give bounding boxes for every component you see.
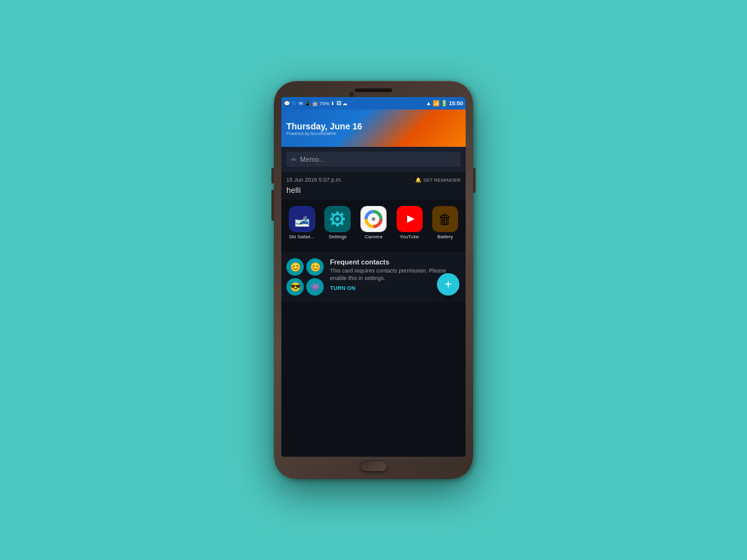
battery-icon: 🔋 bbox=[441, 100, 448, 106]
fab-add-button[interactable]: + bbox=[437, 273, 459, 296]
status-icons-right: ▲ 📶 🔋 15:50 bbox=[426, 100, 463, 106]
whatsapp-icon: 📱 bbox=[304, 101, 311, 106]
volume-down-button[interactable] bbox=[271, 190, 274, 221]
msg-icon: 💬 bbox=[284, 101, 290, 106]
note-datetime: 15 Jun 2016 5:07 p.m. bbox=[286, 177, 342, 183]
status-bar: 💬 🔵 ✉ 📱 🤖 70% ⬇ 🖼 ☁ ▲ 📶 🔋 15:50 bbox=[281, 97, 466, 110]
android-icon: 🤖 bbox=[312, 101, 318, 106]
svg-rect-8 bbox=[342, 218, 345, 220]
ski-safari-icon: 🎿 bbox=[289, 206, 315, 232]
bottom-spacer: + bbox=[281, 302, 466, 327]
status-icons-left: 💬 🔵 ✉ 📱 🤖 70% ⬇ 🖼 ☁ bbox=[284, 101, 347, 106]
app-item-camera[interactable]: Camera bbox=[360, 206, 387, 240]
settings-label: Settings bbox=[329, 234, 347, 240]
dark-spacer bbox=[281, 246, 466, 252]
note-card: 15 Jun 2016 5:07 p.m. 🔔 SET REMINDER hel… bbox=[281, 172, 466, 200]
volume-up-button[interactable] bbox=[271, 168, 274, 184]
svg-rect-7 bbox=[330, 218, 333, 220]
header-content: Thursday, June 16 Powered by AccuWeather bbox=[281, 119, 367, 138]
bluetooth-icon: 🔵 bbox=[291, 101, 298, 106]
contact-avatar-3[interactable]: 😎 bbox=[286, 278, 304, 296]
note-content: helli bbox=[286, 185, 461, 195]
frequent-contacts-title: Frequent contacts bbox=[330, 258, 461, 266]
download-icon: ⬇ bbox=[331, 101, 335, 106]
app-item-ski-safari[interactable]: 🎿 Ski Safari... bbox=[289, 206, 315, 240]
header-powered-by: Powered by AccuWeather bbox=[286, 131, 362, 136]
camera-label: Camera bbox=[365, 234, 382, 240]
phone-screen: 💬 🔵 ✉ 📱 🤖 70% ⬇ 🖼 ☁ ▲ 📶 🔋 15:50 Thursd bbox=[281, 97, 466, 457]
svg-point-16 bbox=[372, 217, 375, 221]
contact-avatar-2[interactable]: 😊 bbox=[306, 258, 324, 276]
weather-widget: Thursday, June 16 Powered by AccuWeather bbox=[281, 110, 466, 147]
pencil-icon: ✏ bbox=[291, 156, 296, 163]
cloud-icon: ☁ bbox=[342, 101, 347, 106]
set-reminder-button[interactable]: 🔔 SET REMINDER bbox=[415, 177, 461, 183]
memo-widget: ✏ Memo... bbox=[281, 147, 466, 172]
battery-label: Battery bbox=[438, 234, 453, 240]
speaker-grill bbox=[355, 88, 392, 92]
contacts-avatars-grid: 😊 😊 😎 👾 bbox=[286, 258, 324, 296]
clock: 15:50 bbox=[449, 100, 463, 106]
memo-input-field[interactable]: ✏ Memo... bbox=[286, 152, 461, 167]
battery-percent: 70% bbox=[319, 101, 329, 106]
svg-text:🗑: 🗑 bbox=[438, 212, 452, 227]
frequent-contacts-card: 😊 😊 😎 👾 Frequent contacts This card requ… bbox=[281, 252, 466, 302]
app-grid: 🎿 Ski Safari... bbox=[281, 200, 466, 246]
phone-device: 💬 🔵 ✉ 📱 🤖 70% ⬇ 🖼 ☁ ▲ 📶 🔋 15:50 Thursd bbox=[274, 81, 473, 479]
svg-rect-5 bbox=[336, 212, 339, 215]
front-camera bbox=[349, 92, 354, 97]
ski-safari-label: Ski Safari... bbox=[289, 234, 314, 240]
memo-placeholder: Memo... bbox=[300, 156, 325, 163]
home-button[interactable] bbox=[360, 460, 387, 472]
svg-text:🎿: 🎿 bbox=[294, 212, 309, 227]
header-date: Thursday, June 16 bbox=[286, 121, 362, 131]
svg-rect-6 bbox=[336, 223, 339, 226]
youtube-label: YouTube bbox=[400, 234, 419, 240]
mail-icon: ✉ bbox=[299, 101, 303, 106]
camera-icon bbox=[360, 206, 387, 232]
app-item-youtube[interactable]: YouTube bbox=[397, 206, 423, 240]
gallery-icon: 🖼 bbox=[336, 101, 341, 106]
note-meta: 15 Jun 2016 5:07 p.m. 🔔 SET REMINDER bbox=[286, 177, 461, 183]
app-item-battery[interactable]: 🗑 Battery bbox=[432, 206, 458, 240]
bell-icon: 🔔 bbox=[415, 177, 421, 183]
contact-avatar-4[interactable]: 👾 bbox=[306, 278, 324, 296]
set-reminder-label: SET REMINDER bbox=[423, 177, 461, 183]
settings-icon bbox=[324, 206, 350, 232]
contact-avatar-1[interactable]: 😊 bbox=[286, 258, 304, 276]
battery-app-icon: 🗑 bbox=[432, 206, 458, 232]
svg-point-4 bbox=[336, 217, 339, 221]
wifi-icon: 📶 bbox=[433, 100, 439, 106]
power-button[interactable] bbox=[473, 168, 476, 193]
youtube-icon bbox=[397, 206, 423, 232]
signal-icon: ▲ bbox=[426, 100, 431, 106]
app-item-settings[interactable]: Settings bbox=[324, 206, 350, 240]
